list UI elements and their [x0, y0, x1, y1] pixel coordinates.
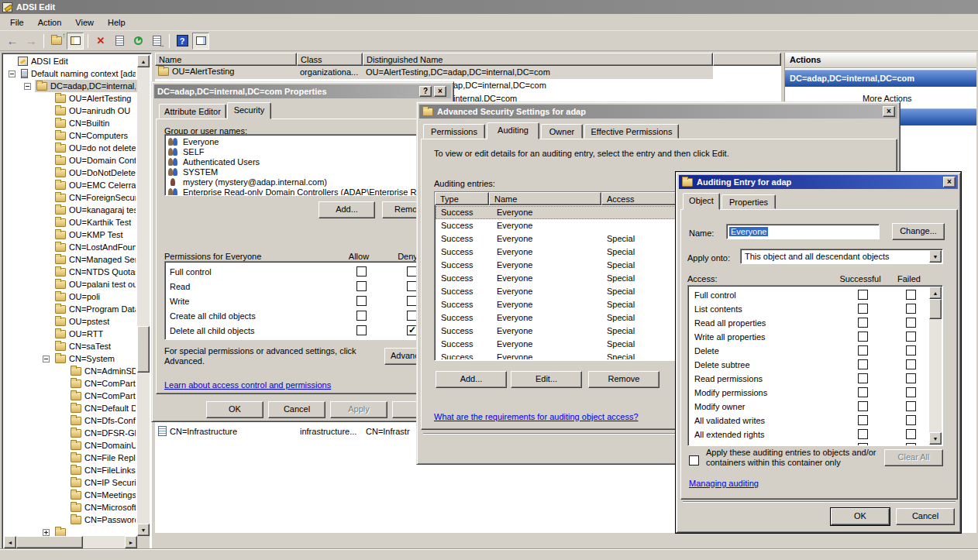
menu-help[interactable]: Help [101, 15, 133, 29]
tree-item[interactable]: CN=Managed Servic [4, 253, 137, 266]
dialog-close-button[interactable]: × [434, 86, 446, 97]
tree-item[interactable]: CN=Meetings [4, 489, 137, 501]
tree-item[interactable]: CN=File Replica [4, 452, 137, 464]
successful-checkbox[interactable] [858, 429, 868, 439]
tree-expander-icon[interactable] [24, 83, 31, 90]
export-list-button[interactable]: → [148, 33, 165, 50]
delete-button[interactable]: ✕ [92, 33, 109, 50]
tree-item[interactable]: CN=System [4, 352, 137, 365]
failed-checkbox[interactable] [906, 290, 916, 300]
apply-button[interactable]: Apply [330, 401, 387, 418]
tree-expander-icon[interactable] [43, 356, 50, 362]
tree-item[interactable]: OU=anirudh OU [4, 105, 137, 117]
tree-item[interactable]: CN=Builtin [4, 117, 137, 129]
tree-item[interactable]: OU=Domain Control [4, 154, 137, 167]
failed-checkbox[interactable] [906, 415, 916, 425]
tree-item[interactable]: CN=DomainUpd [4, 439, 137, 452]
ok-button[interactable]: OK [206, 401, 263, 418]
tree-item[interactable]: OU=kanagaraj test [4, 204, 137, 216]
allow-checkbox[interactable] [356, 325, 367, 335]
allow-checkbox[interactable] [356, 281, 367, 291]
tab-properties[interactable]: Properties [721, 194, 776, 209]
failed-checkbox[interactable] [906, 443, 916, 445]
tree-vertical-scrollbar[interactable]: ▲ ▼ [137, 55, 150, 536]
change-button[interactable]: Change... [892, 223, 945, 240]
tab-object[interactable]: Object [683, 193, 720, 210]
tree-expander-icon[interactable] [43, 529, 50, 536]
successful-checkbox[interactable] [858, 373, 868, 383]
tree-item[interactable]: OU=AlertTesting [4, 92, 137, 105]
edit-button[interactable]: Edit... [511, 371, 582, 388]
successful-checkbox[interactable] [858, 387, 868, 397]
tree-item[interactable]: OU=palani test ou [4, 278, 137, 290]
column-header-type[interactable]: Type [435, 192, 489, 205]
chevron-down-icon[interactable]: ▼ [929, 250, 942, 263]
allow-checkbox[interactable] [356, 311, 367, 321]
tree-item[interactable]: CN=LostAndFound [4, 241, 137, 253]
tree-item[interactable]: OU=DoNotDelete [4, 167, 137, 179]
allow-checkbox[interactable] [356, 296, 367, 306]
tree-item[interactable]: DC=adap,DC=internal,D [4, 80, 137, 92]
successful-checkbox[interactable] [858, 443, 868, 445]
column-header-name[interactable]: Name [489, 192, 601, 205]
add-button[interactable]: Add... [436, 371, 507, 388]
tree-item[interactable]: CN=ForeignSecurity [4, 191, 137, 204]
menu-file[interactable]: File [3, 15, 31, 29]
tree-item[interactable]: CN=MicrosoftDN [4, 501, 137, 514]
tab-permissions[interactable]: Permissions [423, 124, 485, 139]
tree-item[interactable]: CN=DFSR-Globa [4, 427, 137, 439]
column-header-distinguished-name[interactable]: Distinguished Name [363, 53, 713, 66]
tree-item[interactable]: CN=Computers [4, 129, 137, 142]
tree-item[interactable]: CN=IP Security [4, 476, 137, 489]
column-header-class[interactable]: Class [297, 53, 363, 66]
column-header-name[interactable]: Name [155, 53, 297, 66]
dialog-help-button[interactable]: ? [419, 86, 432, 97]
access-control-link[interactable]: Learn about access control and permissio… [164, 380, 331, 390]
menu-action[interactable]: Action [31, 15, 69, 29]
tab-security[interactable]: Security [227, 102, 271, 119]
properties-button[interactable] [111, 33, 128, 50]
tree-item[interactable]: CN=saTest [4, 340, 137, 352]
tree-item[interactable]: Default naming context [ada [4, 67, 137, 80]
tree-item[interactable]: CN=AdminSDHo [4, 365, 137, 377]
tree-item[interactable]: CN=ComPartitio [4, 377, 137, 390]
back-button[interactable]: ← [4, 33, 21, 50]
group-list-item[interactable]: SYSTEM [165, 167, 444, 177]
tree-item[interactable]: ADSI Edit [4, 55, 137, 67]
successful-checkbox[interactable] [858, 359, 868, 369]
access-list-scrollbar[interactable]: ▲ ▼ [929, 287, 942, 445]
show-console-tree-button[interactable] [67, 33, 84, 50]
refresh-button[interactable] [129, 33, 146, 50]
tree-item[interactable]: CN=Default Dor [4, 402, 137, 414]
tab-auditing[interactable]: Auditing [487, 122, 539, 139]
successful-checkbox[interactable] [858, 415, 868, 425]
apply-onto-select[interactable]: This object and all descendant objects ▼ [740, 249, 943, 264]
tree-item[interactable]: CN=Password S [4, 514, 137, 526]
list-row[interactable]: OU=AlertTestingorganizationa...OU=AlertT… [155, 66, 713, 79]
tree-horizontal-scrollbar[interactable]: ◄ ► [4, 536, 137, 548]
successful-checkbox[interactable] [858, 318, 868, 328]
failed-checkbox[interactable] [906, 387, 916, 397]
failed-checkbox[interactable] [906, 304, 916, 314]
actions-group-dc-adap[interactable]: DC=adap,DC=internal,DC=com [785, 70, 976, 87]
tree-expander-icon[interactable] [9, 70, 15, 77]
scroll-thumb[interactable] [929, 299, 942, 319]
successful-checkbox[interactable] [858, 345, 868, 356]
failed-checkbox[interactable] [906, 318, 916, 328]
scroll-down-button[interactable]: ▼ [137, 524, 150, 536]
scroll-up-button[interactable]: ▲ [929, 287, 942, 299]
group-list-item[interactable]: Enterprise Read-only Domain Controllers … [165, 187, 444, 196]
failed-checkbox[interactable] [906, 345, 916, 356]
failed-checkbox[interactable] [906, 429, 916, 439]
tab-owner[interactable]: Owner [541, 124, 583, 139]
failed-checkbox[interactable] [906, 401, 916, 411]
successful-checkbox[interactable] [858, 290, 868, 300]
cancel-button[interactable]: Cancel [896, 508, 955, 525]
show-action-pane-button[interactable] [192, 33, 209, 50]
tree-item[interactable]: OU=EMC Celerra [4, 179, 137, 191]
help-button[interactable]: ? [174, 33, 191, 50]
dialog-close-button[interactable]: × [883, 106, 895, 117]
tab-attribute-editor[interactable]: Attribute Editor [159, 104, 226, 119]
group-list-item[interactable]: mystery (mystery@adap.internal.com) [165, 177, 444, 187]
tree-item[interactable]: OU=do not delete [4, 142, 137, 154]
